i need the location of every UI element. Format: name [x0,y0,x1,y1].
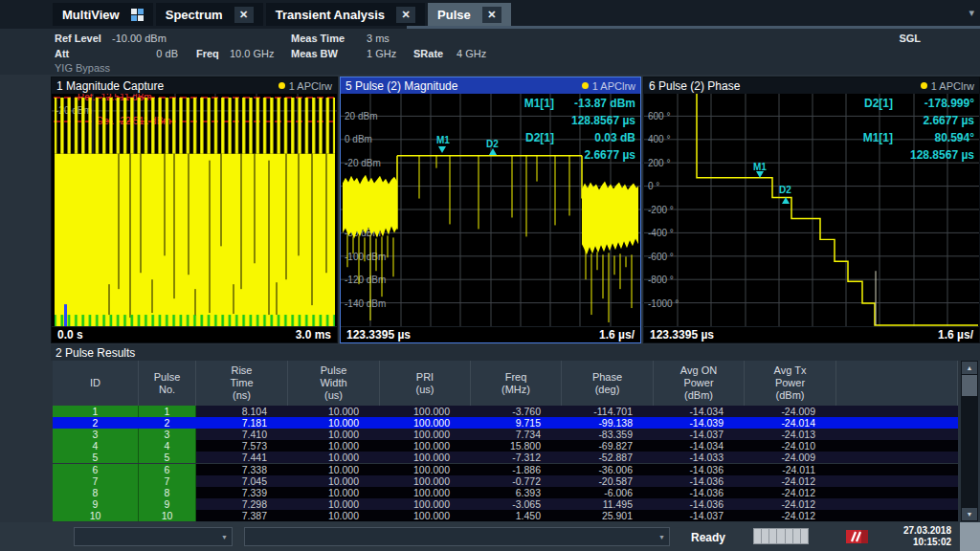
trace-legend: 1 APClrw [582,80,635,92]
ref-level-label[interactable]: Ref Level [55,33,101,44]
close-tab-icon[interactable]: ✕ [396,7,415,23]
column-header-pulse-width-us[interactable]: PulseWidth(us) [288,361,380,406]
freq-label[interactable]: Freq [196,48,219,59]
results-table-title: 2 Pulse Results [56,346,135,360]
column-header-spacer[interactable] [836,361,958,406]
window-pulse-phase[interactable]: 6 Pulse (2) Phase 1 APClrw 600 °400 °200… [643,77,980,343]
marker-m1-icon[interactable] [756,171,764,178]
window-titlebar[interactable]: 5 Pulse (2) Magnitude 1 APClrw [341,77,640,94]
table-scrollbar[interactable]: ▲ ▼ [961,361,978,521]
table-row-9[interactable]: 997.29810.000100.000-3.06511.495-14.036-… [53,498,958,510]
date: 27.03.2018 [903,525,951,537]
magnitude-capture-plot[interactable]: Ref. -12.511 dBm -20 dBm Det. -22.511 dB… [52,94,337,326]
table-cell: 7.338 [196,464,288,475]
table-cell: -14.033 [654,452,745,463]
scroll-down-icon[interactable]: ▼ [962,508,977,520]
window-magnitude-capture[interactable]: 1 Magnitude Capture 1 APClrw Ref. -12.51… [51,77,338,343]
table-cell: 10.000 [288,417,380,429]
window-title: 5 Pulse (2) Magnitude [345,79,457,93]
table-cell: 25.901 [562,510,654,521]
table-row-3[interactable]: 337.41010.000100.0007.734-83.359-14.037-… [53,429,958,440]
marker-name: D2[1] [525,131,554,144]
column-header-avg-on-power-dbm[interactable]: Avg ONPower(dBm) [654,361,745,406]
window-pulse-magnitude[interactable]: 5 Pulse (2) Magnitude 1 APClrw 20 dBm0 d… [340,77,641,343]
tab-label: Pulse [437,8,471,22]
meas-bw-label[interactable]: Meas BW [291,48,338,59]
column-header-pulse-no[interactable]: PulseNo. [139,361,196,406]
table-row-2[interactable]: 227.18110.000100.0009.715-99.138-14.039-… [53,417,958,429]
att-value[interactable]: 0 dB [115,48,178,59]
marker-d2-label[interactable]: D2 [779,185,791,195]
table-cell: 10 [53,510,139,521]
marker-d2-icon[interactable] [489,148,497,155]
column-header-rise-time-ns[interactable]: RiseTime(ns) [196,361,288,406]
tab-overflow-menu-icon[interactable]: ▾ [969,7,974,19]
table-cell: 5 [53,452,139,463]
column-header-avg-tx-power-dbm[interactable]: Avg TxPower(dBm) [745,361,836,406]
table-row-6[interactable]: 667.33810.000100.000-1.886-36.006-14.036… [53,464,958,475]
ref-level-value[interactable]: -10.00 dBm [112,33,167,44]
marker-value: -13.87 dBm [574,97,635,110]
srate-value[interactable]: 4 GHz [457,48,486,59]
tab-label: Spectrum [166,8,223,22]
freq-value[interactable]: 10.0 GHz [230,48,274,59]
scrollbar-thumb[interactable] [962,375,977,396]
close-tab-icon[interactable]: ✕ [482,7,501,23]
table-cell: 10.000 [288,498,380,510]
table-cell: 9 [139,498,196,510]
meas-time-label[interactable]: Meas Time [291,33,345,44]
marker-value: 0.03 dB [594,131,635,144]
yig-bypass-label[interactable]: YIG Bypass [55,62,110,74]
table-cell: -14.037 [654,429,745,440]
table-row-8[interactable]: 887.33910.000100.0006.393-6.006-14.036-2… [53,487,958,498]
table-cell: 7 [139,475,196,487]
marker-m1-icon[interactable] [438,146,446,153]
tab-transient-analysis[interactable]: Transient Analysis✕ [266,3,425,26]
rohde-schwarz-logo-icon [846,529,868,548]
status-dropdown-left[interactable]: ▼ [74,527,233,546]
status-dropdown-center[interactable]: ▼ [244,527,670,546]
marker-name: D2[1] [864,97,893,110]
marker-readout: D2[1]-178.999°2.6677 µsM1[1]80.594°128.8… [863,97,974,162]
table-cell: 6 [53,464,139,475]
table-row-7[interactable]: 777.04510.000100.000-0.772-20.587-14.036… [53,475,958,487]
close-tab-icon[interactable]: ✕ [234,7,254,23]
table-cell [836,487,958,498]
table-cell: -24.012 [745,510,836,521]
table-row-5[interactable]: 557.44110.000100.000-7.312-52.887-14.033… [53,452,958,463]
window-titlebar[interactable]: 1 Magnitude Capture 1 APClrw [52,77,337,94]
table-cell: 3 [53,429,139,440]
table-cell: 1.450 [471,510,562,521]
meas-time-value[interactable]: 3 ms [367,33,390,44]
table-cell: 9.715 [471,417,562,429]
column-header-pri-us[interactable]: PRI(us) [380,361,471,406]
scroll-up-icon[interactable]: ▲ [962,362,977,374]
marker-m1-label[interactable]: M1 [436,135,450,145]
table-cell: 15.800 [471,440,562,452]
table-cell: 10.000 [288,406,380,417]
marker-readout: M1[1]-13.87 dBm128.8567 µsD2[1]0.03 dB2.… [524,97,635,162]
window-titlebar[interactable]: 6 Pulse (2) Phase 1 APClrw [644,77,979,94]
marker-d2-icon[interactable] [782,197,790,204]
column-header-phase-deg[interactable]: Phase(deg) [562,361,654,406]
table-cell: 4 [139,440,196,452]
meas-bw-value[interactable]: 1 GHz [367,48,396,59]
table-cell: -24.012 [745,487,836,498]
tab-multiview[interactable]: MultiView [53,3,153,26]
results-table-titlebar[interactable]: 2 Pulse Results [51,344,980,361]
table-cell: 10.000 [288,487,380,498]
table-cell: 8 [53,487,139,498]
table-row-10[interactable]: 10107.38710.000100.0001.45025.901-14.037… [53,510,958,521]
column-header-id[interactable]: ID [53,361,139,406]
table-row-4[interactable]: 447.57310.000100.00015.800-69.827-14.034… [53,440,958,452]
tab-spectrum[interactable]: Spectrum✕ [156,3,263,26]
tab-pulse[interactable]: Pulse✕ [428,3,511,26]
srate-label[interactable]: SRate [413,48,443,59]
table-cell: 7.181 [196,417,288,429]
table-row-1[interactable]: 118.10410.000100.000-3.760-114.701-14.03… [53,406,958,417]
column-header-freq-mhz[interactable]: Freq(MHz) [471,361,562,406]
pulse-phase-plot[interactable]: 600 °400 °200 °0 °-200 °-400 °-600 °-800… [644,94,979,326]
table-cell: -24.014 [745,417,836,429]
att-label[interactable]: Att [55,48,69,59]
pulse-magnitude-plot[interactable]: 20 dBm0 dBm-20 dBm-40 dBm-60 dBm-80 dBm-… [341,94,640,326]
